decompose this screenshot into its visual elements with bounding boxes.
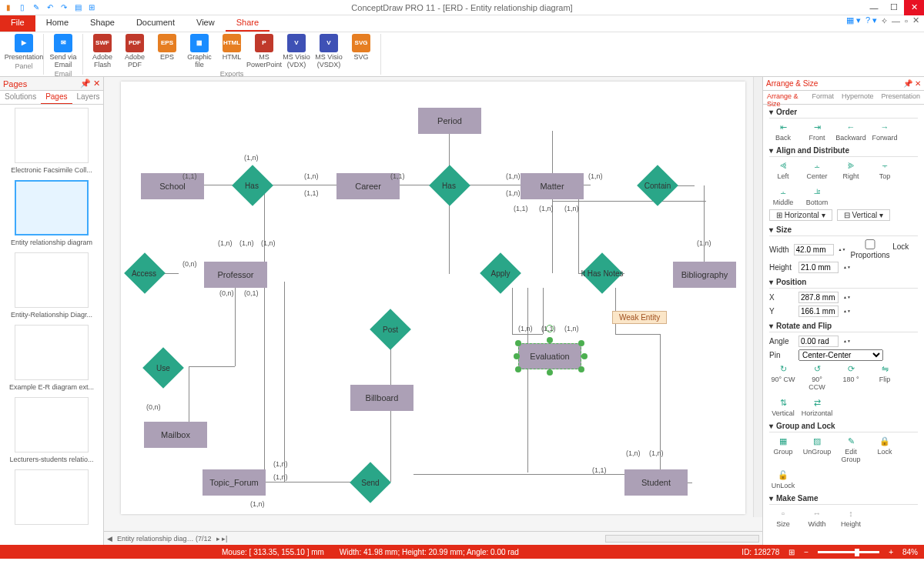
thumb-2[interactable]: Entity relationship diagram bbox=[3, 180, 100, 246]
vertical-scrollbar[interactable] bbox=[753, 77, 762, 517]
back-button[interactable]: ⇤Back bbox=[769, 122, 797, 142]
entity-matter[interactable]: Matter bbox=[521, 173, 584, 199]
flip-btn[interactable]: ⇋Flip bbox=[871, 363, 899, 391]
ungroup-btn[interactable]: ▨UnGroup bbox=[803, 436, 831, 463]
tab-nav-next[interactable]: ▸ ▸| bbox=[216, 535, 228, 543]
maximize-button[interactable]: ☐ bbox=[884, 0, 904, 15]
presentation-tab[interactable]: Presentation bbox=[877, 91, 924, 104]
thumb-1[interactable]: Electronic Facsimile Coll... bbox=[3, 108, 100, 174]
panel-pin-icon[interactable]: 📌 ✕ bbox=[80, 78, 100, 88]
align-middle[interactable]: ⫠Middle bbox=[769, 186, 797, 206]
preview-icon[interactable]: ⊞ bbox=[86, 2, 97, 13]
thumb-3[interactable]: Entity-Relationship Diagr... bbox=[3, 252, 100, 319]
document-tab[interactable]: Document bbox=[126, 15, 186, 32]
pages-tab[interactable]: Pages bbox=[41, 91, 72, 104]
same-width[interactable]: ↔Width bbox=[803, 508, 831, 528]
zoom-out-icon[interactable]: − bbox=[804, 548, 808, 556]
lock-proportions[interactable] bbox=[850, 239, 890, 249]
open-icon[interactable]: ▯ bbox=[17, 2, 28, 13]
thumb-6[interactable] bbox=[3, 469, 100, 525]
horizontal-scrollbar[interactable] bbox=[605, 535, 759, 543]
unlock-btn[interactable]: 🔓UnLock bbox=[769, 469, 797, 489]
view-tab[interactable]: View bbox=[186, 15, 226, 32]
same-size[interactable]: ▫Size bbox=[769, 508, 797, 528]
zoom-in-icon[interactable]: + bbox=[889, 548, 893, 556]
new-icon[interactable]: ▮ bbox=[3, 2, 14, 13]
pdf-button[interactable]: PDFAdobe PDF bbox=[120, 34, 149, 69]
align-bottom[interactable]: ⫡Bottom bbox=[803, 186, 831, 206]
group-btn[interactable]: ▦Group bbox=[769, 436, 797, 463]
width-input[interactable] bbox=[794, 244, 834, 255]
thumb-5[interactable]: Lecturers-students relatio... bbox=[3, 397, 100, 463]
pin-select[interactable]: Center-Center bbox=[798, 349, 883, 361]
diagram-page[interactable]: School Period Career Matter Professor Bi… bbox=[121, 82, 745, 514]
redo-icon[interactable]: ↷ bbox=[59, 2, 69, 13]
win-close-icon[interactable]: ✕ bbox=[912, 15, 919, 25]
view-mode-icon[interactable]: ⊞ bbox=[788, 548, 795, 556]
editgroup-btn[interactable]: ✎Edit Group bbox=[837, 436, 865, 463]
presentation-button[interactable]: ▶Presentation bbox=[9, 34, 38, 62]
align-right[interactable]: ⫸Right bbox=[837, 160, 865, 180]
zoom-slider[interactable] bbox=[818, 551, 879, 553]
html-button[interactable]: HTMLHTML bbox=[217, 34, 246, 69]
entity-mailbox[interactable]: Mailbox bbox=[144, 422, 207, 448]
arrange-tab[interactable]: Arrange & Size bbox=[763, 91, 808, 104]
entity-topic[interactable]: Topic_Forum bbox=[203, 469, 266, 496]
rot-180[interactable]: ⟳180 ° bbox=[837, 363, 865, 391]
solutions-tab[interactable]: Solutions bbox=[0, 91, 41, 104]
vsdx-button[interactable]: VMS Visio (VSDX) bbox=[314, 34, 343, 69]
help-icon[interactable]: ▦ ▾ bbox=[846, 15, 861, 25]
entity-billboard[interactable]: Billboard bbox=[350, 385, 413, 411]
same-height[interactable]: ↕Height bbox=[837, 508, 865, 528]
thumbnail-list[interactable]: Electronic Facsimile Coll... Entity rela… bbox=[0, 105, 103, 545]
layers-tab[interactable]: Layers bbox=[72, 91, 105, 104]
flip-h[interactable]: ⇄Horizontal bbox=[803, 397, 831, 417]
forward-button[interactable]: →Forward bbox=[871, 122, 899, 142]
thumb-4[interactable]: Example E-R diagram ext... bbox=[3, 325, 100, 391]
dist-vert[interactable]: ⊟ Vertical ▾ bbox=[837, 209, 890, 221]
shape-tab[interactable]: Shape bbox=[79, 15, 126, 32]
send-email-button[interactable]: ✉Send via Email bbox=[49, 34, 78, 69]
tab-nav-prev[interactable]: ◀ bbox=[107, 535, 112, 543]
ppt-button[interactable]: PMS PowerPoint bbox=[249, 34, 279, 69]
angle-input[interactable] bbox=[798, 336, 839, 347]
help-question-icon[interactable]: ? ▾ bbox=[865, 15, 877, 25]
panel-pin2-icon[interactable]: 📌 ✕ bbox=[903, 79, 921, 88]
win-min-icon[interactable]: ⟡ bbox=[882, 15, 887, 25]
entity-bibliography[interactable]: Bibliography bbox=[673, 262, 736, 288]
file-tab[interactable]: File bbox=[0, 15, 35, 32]
rot-cw[interactable]: ↻90° CW bbox=[769, 363, 797, 391]
align-left[interactable]: ⫷Left bbox=[769, 160, 797, 180]
disk-icon[interactable]: ▤ bbox=[72, 2, 83, 13]
win-max-icon[interactable]: — bbox=[892, 16, 900, 25]
svg-button[interactable]: SVGSVG bbox=[346, 34, 376, 69]
close-button[interactable]: ✕ bbox=[904, 0, 924, 15]
save-icon[interactable]: ✎ bbox=[31, 2, 42, 13]
flash-button[interactable]: SWFAdobe Flash bbox=[88, 34, 117, 69]
undo-icon[interactable]: ↶ bbox=[45, 2, 55, 13]
sheet-tabs[interactable]: ◀ Entity relationship diag… (7/12 ▸ ▸| bbox=[104, 531, 762, 545]
format-tab[interactable]: Format bbox=[808, 91, 838, 104]
rot-ccw[interactable]: ↺90° CCW bbox=[803, 363, 831, 391]
backward-button[interactable]: ←Backward bbox=[837, 122, 865, 142]
y-input[interactable] bbox=[798, 306, 839, 317]
share-tab[interactable]: Share bbox=[226, 15, 270, 32]
align-center[interactable]: ⫠Center bbox=[803, 160, 831, 180]
eps-button[interactable]: EPSEPS bbox=[152, 34, 182, 69]
dist-horiz[interactable]: ⊞ Horizontal ▾ bbox=[769, 209, 832, 221]
x-input[interactable] bbox=[798, 292, 839, 303]
minimize-button[interactable]: — bbox=[864, 0, 884, 15]
entity-professor[interactable]: Professor bbox=[204, 262, 267, 288]
height-input[interactable] bbox=[798, 262, 839, 273]
win-restore-icon[interactable]: ▫ bbox=[905, 16, 908, 25]
home-tab[interactable]: Home bbox=[35, 15, 79, 32]
front-button[interactable]: ⇥Front bbox=[803, 122, 831, 142]
graphic-button[interactable]: ▦Graphic file bbox=[185, 34, 214, 69]
diagram-canvas[interactable]: School Period Career Matter Professor Bi… bbox=[104, 77, 762, 531]
lock-btn[interactable]: 🔒Lock bbox=[871, 436, 899, 463]
flip-v[interactable]: ⇅Vertical bbox=[769, 397, 797, 417]
hypernote-tab[interactable]: Hypernote bbox=[838, 91, 878, 104]
entity-student[interactable]: Student bbox=[624, 469, 688, 496]
align-top[interactable]: ⫟Top bbox=[871, 160, 899, 180]
entity-evaluation[interactable]: Evaluation bbox=[518, 343, 581, 369]
